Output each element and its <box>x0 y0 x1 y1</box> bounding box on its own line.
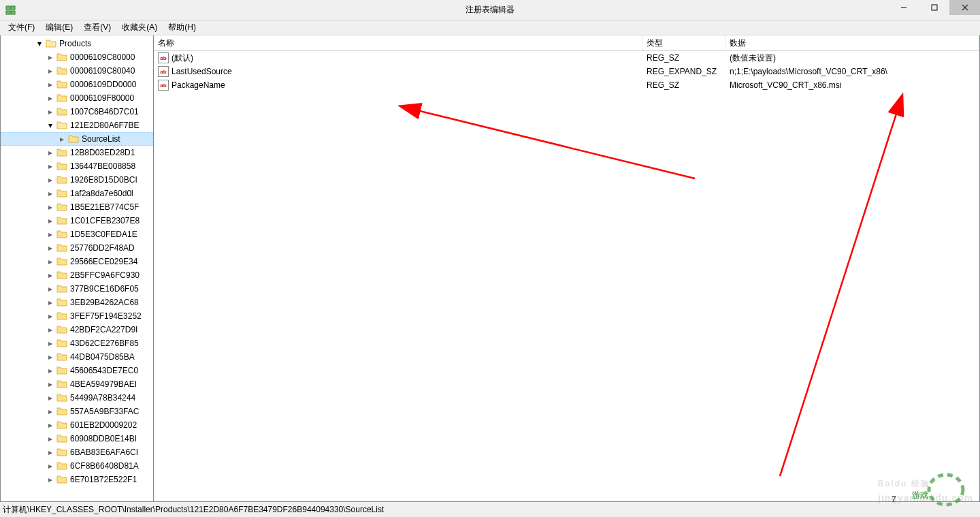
expander-icon[interactable]: ▸ <box>46 475 55 484</box>
tree-node[interactable]: ▸557A5A9BF33FAC <box>1 405 153 418</box>
tree-node[interactable]: ▸1926E8D15D0BCI <box>1 173 153 187</box>
tree-label: 25776DD2F48AD <box>70 243 135 253</box>
tree-node[interactable]: ▸00006109F80000 <box>1 91 153 105</box>
tree-node[interactable]: ▸54499A78B34244 <box>1 391 153 405</box>
list-header: 名称 类型 数据 <box>154 35 979 51</box>
tree-label: 601EB2D0009202 <box>70 420 137 430</box>
expander-icon[interactable]: ▸ <box>46 175 55 185</box>
registry-value-row[interactable]: abLastUsedSource REG_EXPAND_SZ n;1;E:\pa… <box>154 65 979 78</box>
menu-view[interactable]: 查看(V) <box>78 20 116 35</box>
tree-label: 1B5E21EB774C5F <box>70 202 139 212</box>
tree-node[interactable]: ▸1af2a8da7e60d0l <box>1 187 153 200</box>
expander-icon[interactable]: ▸ <box>46 161 55 171</box>
expander-icon[interactable]: ▸ <box>46 243 55 253</box>
tree-node[interactable]: ▸29566ECE029E34 <box>1 255 153 268</box>
expander-icon[interactable]: ▸ <box>46 52 55 62</box>
expander-icon[interactable]: ▸ <box>46 107 55 116</box>
menu-edit[interactable]: 编辑(E) <box>40 20 78 35</box>
tree-node[interactable]: ▸6BAB83E6AFA6CI <box>1 445 153 459</box>
expander-icon[interactable]: ▸ <box>46 407 55 416</box>
tree-label: 6E701B72E522F1 <box>70 475 137 484</box>
tree-node[interactable]: ▸1C01CFEB2307E8 <box>1 214 153 228</box>
expander-icon[interactable]: ▸ <box>57 134 67 144</box>
tree-node[interactable]: ▸136447BE008858 <box>1 159 153 173</box>
expander-icon[interactable]: ▸ <box>46 448 55 457</box>
expander-icon[interactable]: ▸ <box>46 216 55 225</box>
tree-label: 121E2D80A6F7BE <box>70 121 139 130</box>
expander-icon[interactable]: ▸ <box>46 202 55 212</box>
expander-icon[interactable]: ▸ <box>46 366 55 375</box>
string-value-icon: ab <box>158 80 169 91</box>
expander-icon[interactable]: ▸ <box>46 325 55 334</box>
expander-icon[interactable]: ▸ <box>46 189 55 198</box>
tree-node[interactable]: ▸45606543DE7EC0 <box>1 364 153 377</box>
app-icon <box>5 5 16 16</box>
tree-node[interactable]: ▸1D5E3C0FEDA1E <box>1 228 153 241</box>
tree-node[interactable]: ▸00006109DD0000 <box>1 78 153 91</box>
tree-label: 3EB29B4262AC68 <box>70 298 139 307</box>
tree-node[interactable]: ▸60908DDB0E14BI <box>1 432 153 445</box>
value-data: (数值未设置) <box>730 52 776 64</box>
expander-icon[interactable]: ▸ <box>46 393 55 403</box>
tree-node-selected-parent[interactable]: ▾121E2D80A6F7BE <box>1 119 153 132</box>
column-type[interactable]: 类型 <box>642 35 725 50</box>
tree-node[interactable]: ▸00006109C80000 <box>1 50 153 64</box>
column-name[interactable]: 名称 <box>154 35 642 50</box>
tree-node[interactable]: ▸3FEF75F194E3252 <box>1 309 153 323</box>
tree-label: 1926E8D15D0BCI <box>70 175 137 185</box>
expander-icon[interactable]: ▸ <box>46 311 55 321</box>
tree-panel[interactable]: ▾Products▸00006109C80000▸00006109C80040▸… <box>1 35 154 501</box>
expander-icon[interactable]: ▸ <box>46 352 55 362</box>
minimize-button[interactable] <box>888 0 919 15</box>
tree-node[interactable]: ▸1007C6B46D7C01 <box>1 105 153 119</box>
tree-node-sourcelist[interactable]: ▸SourceList <box>1 132 153 146</box>
expander-icon[interactable]: ▸ <box>46 420 55 430</box>
expander-icon[interactable]: ▸ <box>46 230 55 239</box>
tree-node[interactable]: ▸6E701B72E522F1 <box>1 473 153 486</box>
list-panel[interactable]: 名称 类型 数据 ab(默认) REG_SZ (数值未设置) abLastUse… <box>154 35 979 501</box>
tree-node[interactable]: ▸377B9CE16D6F05 <box>1 282 153 296</box>
expander-icon[interactable]: ▸ <box>46 257 55 266</box>
expander-icon[interactable]: ▸ <box>46 461 55 471</box>
tree-label: 136447BE008858 <box>70 161 135 171</box>
expander-icon[interactable]: ▸ <box>46 270 55 280</box>
expander-icon[interactable]: ▸ <box>46 298 55 307</box>
expander-icon[interactable]: ▸ <box>46 339 55 348</box>
tree-node[interactable]: ▸00006109C80040 <box>1 64 153 78</box>
menu-help[interactable]: 帮助(H) <box>163 20 201 35</box>
expander-icon[interactable]: ▸ <box>46 284 55 294</box>
expander-icon[interactable]: ▸ <box>46 434 55 443</box>
expander-icon[interactable]: ▸ <box>46 80 55 89</box>
tree-node[interactable]: ▸6CF8B66408D81A <box>1 459 153 473</box>
expander-icon[interactable]: ▸ <box>46 66 55 76</box>
tree-node[interactable]: ▸1B5E21EB774C5F <box>1 200 153 214</box>
expander-icon[interactable]: ▾ <box>46 121 55 130</box>
tree-node[interactable]: ▸43D62CE276BF85 <box>1 336 153 350</box>
tree-node[interactable]: ▸44DB0475D85BA <box>1 350 153 364</box>
expander-icon[interactable]: ▸ <box>46 93 55 103</box>
maximize-button[interactable] <box>919 0 949 15</box>
tree-node-products[interactable]: ▾Products <box>1 37 153 50</box>
tree-node[interactable]: ▸12B8D03ED28D1 <box>1 146 153 159</box>
svg-rect-2 <box>6 11 10 14</box>
expander-icon[interactable]: ▾ <box>35 39 44 48</box>
tree-node[interactable]: ▸4BEA594979BAEI <box>1 377 153 391</box>
registry-value-row[interactable]: abPackageName REG_SZ Microsoft_VC90_CRT_… <box>154 78 979 92</box>
tree-node[interactable]: ▸25776DD2F48AD <box>1 241 153 255</box>
tree-node[interactable]: ▸3EB29B4262AC68 <box>1 296 153 309</box>
tree-node[interactable]: ▸42BDF2CA227D9I <box>1 323 153 336</box>
expander-icon[interactable]: ▸ <box>46 148 55 157</box>
menu-file[interactable]: 文件(F) <box>3 20 40 35</box>
registry-value-row[interactable]: ab(默认) REG_SZ (数值未设置) <box>154 51 979 65</box>
close-button[interactable] <box>949 0 980 15</box>
expander-icon[interactable]: ▸ <box>46 379 55 389</box>
menu-favorites[interactable]: 收藏夹(A) <box>116 20 163 35</box>
tree-label: 43D62CE276BF85 <box>70 339 139 348</box>
string-value-icon: ab <box>158 66 169 77</box>
column-data[interactable]: 数据 <box>725 35 979 50</box>
main-area: ▾Products▸00006109C80000▸00006109C80040▸… <box>0 35 980 502</box>
tree-label: SourceList <box>82 134 120 144</box>
tree-node[interactable]: ▸601EB2D0009202 <box>1 418 153 432</box>
tree-node[interactable]: ▸2B5FFC9A6FC930 <box>1 268 153 282</box>
titlebar: 注册表编辑器 <box>0 0 980 20</box>
